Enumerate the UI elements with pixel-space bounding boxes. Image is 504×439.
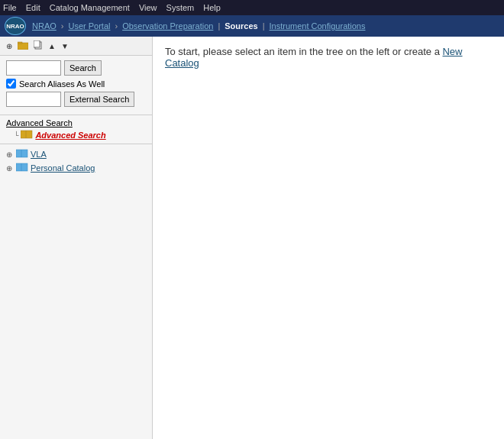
breadcrumb-sources: Sources [225,21,257,31]
search-aliases-label: Search Aliases As Well [19,79,105,89]
vla-label[interactable]: VLA [31,150,47,159]
personal-catalog-book-icon [16,163,28,173]
advanced-search-link[interactable]: Advanced Search [6,118,146,128]
external-search-input[interactable] [6,92,61,107]
advanced-search-label[interactable]: Advanced Search [35,131,105,140]
svg-rect-3 [34,40,40,47]
vla-book-icon [16,149,28,160]
toolbar-copy-btn[interactable] [32,40,44,52]
search-row: Search [6,60,146,76]
menu-view[interactable]: View [139,3,157,12]
breadcrumb-observation[interactable]: Observation Preparation [122,21,213,31]
nrao-logo: NRAO [5,17,26,35]
main-layout: ⊕ ▲ ▼ Search [0,37,504,439]
checkbox-row: Search Aliases As Well [6,79,146,89]
search-section: Search Search Aliases As Well External S… [0,56,152,115]
tree-section: ⊕ VLA ⊕ Personal Catalog [0,144,152,439]
svg-rect-4 [21,131,32,138]
personal-catalog-label[interactable]: Personal Catalog [31,163,95,173]
tree-item-vla[interactable]: ⊕ VLA [6,149,146,160]
main-message: To start, please select an item in the t… [165,46,492,69]
menu-help[interactable]: Help [203,3,221,12]
personal-catalog-expand-icon[interactable]: ⊕ [6,164,14,173]
toolbar: ⊕ ▲ ▼ [0,37,152,56]
external-search-row: External Search [6,92,146,107]
advanced-search-book-icon [21,130,33,140]
tree-item-personal-catalog[interactable]: ⊕ Personal Catalog [6,163,146,173]
menu-file[interactable]: File [3,3,17,12]
main-message-prefix: To start, please select an item in the t… [165,46,442,57]
right-panel: To start, please select an item in the t… [153,37,504,439]
toolbar-folder-btn[interactable] [16,40,30,52]
breadcrumb-nrao[interactable]: NRAO [32,21,57,31]
breadcrumb-user-portal[interactable]: User Portal [68,21,110,31]
svg-rect-8 [16,163,27,171]
search-input[interactable] [6,60,61,76]
search-aliases-checkbox[interactable] [6,79,16,89]
tree-expand-icon: └ [14,131,18,139]
vla-expand-icon[interactable]: ⊕ [6,150,14,159]
menu-bar: File Edit Catalog Management View System… [0,0,504,15]
breadcrumb-instrument[interactable]: Instrument Configurations [270,21,366,31]
toolbar-add-btn[interactable]: ⊕ [5,41,14,51]
svg-rect-1 [18,42,22,44]
advanced-search-tree-item[interactable]: └ Advanced Search [6,130,146,140]
external-search-button[interactable]: External Search [64,92,134,107]
toolbar-down-btn[interactable]: ▼ [60,41,70,51]
menu-system[interactable]: System [166,3,195,12]
menu-catalog-management[interactable]: Catalog Management [50,3,130,12]
svg-rect-0 [18,43,28,50]
svg-rect-6 [16,150,27,157]
nav-bar: NRAO NRAO › User Portal › Observation Pr… [0,15,504,37]
advanced-section: Advanced Search └ Advanced Search [0,115,152,144]
left-panel: ⊕ ▲ ▼ Search [0,37,153,439]
toolbar-up-btn[interactable]: ▲ [47,41,57,51]
menu-edit[interactable]: Edit [26,3,40,12]
search-button[interactable]: Search [64,60,102,76]
